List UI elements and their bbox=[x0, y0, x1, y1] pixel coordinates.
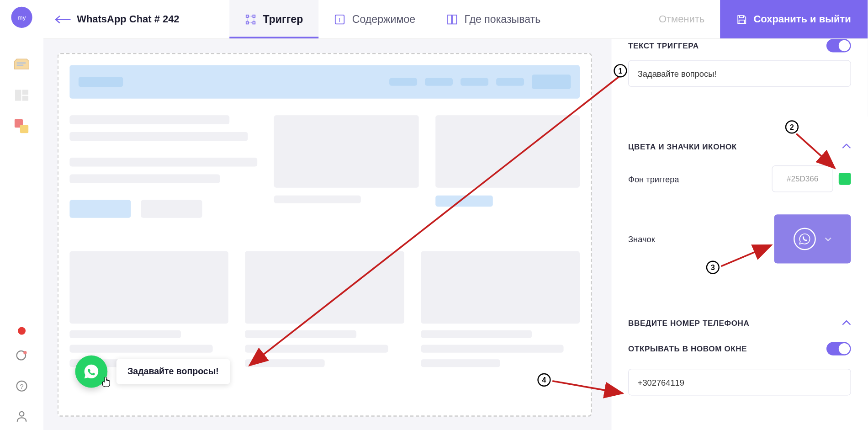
cancel-button[interactable]: Отменить bbox=[643, 13, 720, 25]
mock-topbar bbox=[69, 65, 580, 99]
svg-rect-1 bbox=[22, 90, 28, 95]
alert-icon[interactable] bbox=[18, 327, 26, 335]
tab-where[interactable]: Где показывать bbox=[431, 0, 556, 38]
tab-label: Содержимое bbox=[352, 13, 416, 26]
svg-rect-4 bbox=[20, 125, 28, 133]
svg-rect-2 bbox=[22, 96, 28, 101]
tab-content[interactable]: T Содержимое bbox=[319, 0, 431, 38]
avatar[interactable]: my bbox=[11, 7, 32, 28]
new-window-toggle[interactable] bbox=[826, 342, 851, 355]
collapse-icon[interactable] bbox=[842, 140, 851, 152]
templates-icon[interactable] bbox=[13, 55, 31, 73]
canvas-frame[interactable]: Задавайте вопросы! bbox=[58, 53, 592, 417]
save-icon bbox=[737, 14, 747, 24]
left-sidebar: my ? bbox=[0, 0, 43, 430]
save-label: Сохранить и выйти bbox=[753, 13, 851, 25]
svg-rect-10 bbox=[246, 15, 249, 17]
save-button[interactable]: Сохранить и выйти bbox=[720, 0, 868, 38]
svg-rect-12 bbox=[246, 21, 249, 24]
help-icon[interactable]: ? bbox=[13, 377, 31, 395]
svg-rect-13 bbox=[253, 21, 255, 24]
where-icon bbox=[446, 14, 457, 25]
tab-label: Триггер bbox=[263, 13, 303, 26]
back-button[interactable] bbox=[43, 16, 71, 23]
cursor-icon bbox=[102, 377, 111, 389]
trigger-icon bbox=[245, 14, 256, 25]
bg-label: Фон триггера bbox=[628, 174, 679, 184]
collapse-icon[interactable] bbox=[842, 317, 851, 329]
whatsapp-icon bbox=[83, 363, 100, 380]
colors-title: ЦВЕТА И ЗНАЧКИ ИКОНОК bbox=[628, 142, 737, 151]
right-panel: ТЕКСТ ТРИГГЕРА ЦВЕТА И ЗНАЧКИ ИКОНОК Фон… bbox=[611, 39, 868, 430]
whatsapp-bubble[interactable] bbox=[75, 356, 108, 388]
icon-label: Значок bbox=[628, 234, 655, 244]
new-window-label: ОТКРЫВАТЬ В НОВОМ ОКНЕ bbox=[628, 344, 747, 353]
tab-trigger[interactable]: Триггер bbox=[229, 0, 318, 38]
layout-icon[interactable] bbox=[13, 86, 31, 104]
svg-text:T: T bbox=[338, 16, 342, 23]
user-icon[interactable] bbox=[13, 407, 31, 425]
bg-color-swatch[interactable] bbox=[839, 173, 851, 185]
tab-label: Где показывать bbox=[464, 13, 540, 26]
chat-icon[interactable] bbox=[13, 347, 31, 365]
svg-rect-16 bbox=[448, 15, 452, 24]
svg-point-6 bbox=[23, 351, 26, 354]
trigger-text-input[interactable] bbox=[628, 60, 851, 87]
page-title: WhatsApp Chat # 242 bbox=[77, 13, 179, 25]
canvas-area: Задавайте вопросы! bbox=[43, 39, 606, 430]
trigger-text-toggle[interactable] bbox=[826, 39, 851, 52]
bg-color-input[interactable] bbox=[772, 165, 833, 192]
svg-rect-0 bbox=[15, 90, 21, 101]
content-icon: T bbox=[334, 14, 345, 25]
header: WhatsApp Chat # 242 Триггер T Содержимое… bbox=[43, 0, 868, 39]
phone-title: ВВЕДИТЕ НОМЕР ТЕЛЕФОНА bbox=[628, 319, 749, 328]
whatsapp-label: Задавайте вопросы! bbox=[116, 359, 230, 384]
svg-text:?: ? bbox=[20, 383, 23, 390]
phone-input[interactable] bbox=[628, 369, 851, 396]
chevron-down-icon bbox=[825, 235, 831, 243]
whatsapp-widget[interactable]: Задавайте вопросы! bbox=[75, 356, 230, 388]
svg-rect-11 bbox=[253, 15, 255, 17]
trigger-text-title: ТЕКСТ ТРИГГЕРА bbox=[628, 41, 699, 50]
shapes-icon[interactable] bbox=[13, 117, 31, 135]
icon-picker[interactable] bbox=[774, 214, 851, 263]
svg-rect-17 bbox=[453, 15, 457, 24]
svg-point-9 bbox=[20, 412, 24, 416]
whatsapp-icon bbox=[794, 228, 816, 250]
